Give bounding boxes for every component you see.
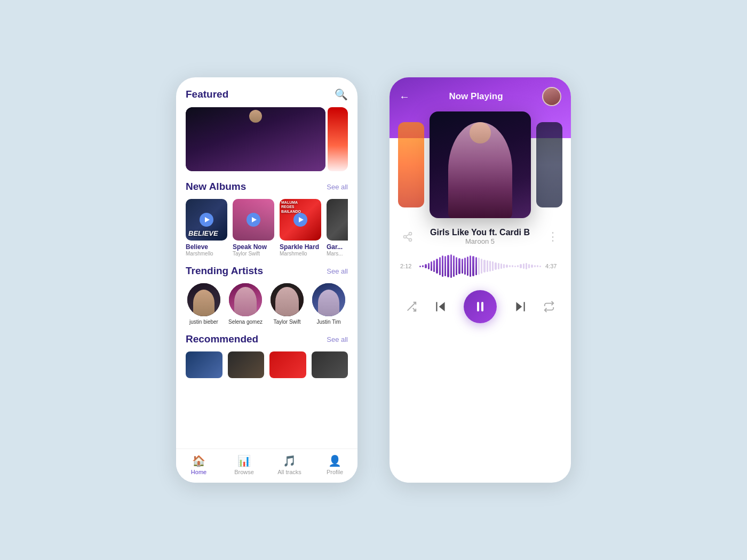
more-options-button[interactable]: ⋮	[547, 230, 558, 244]
album-card-believe[interactable]: BELIEVE Believe Marshmello	[186, 199, 227, 257]
nav-profile[interactable]: 👤 Profile	[319, 454, 351, 475]
album-play-believe[interactable]	[200, 213, 213, 227]
waveform-bar-4	[431, 261, 432, 271]
waveform[interactable]	[419, 253, 541, 279]
album-play-bailando[interactable]	[293, 213, 307, 227]
nav-browse[interactable]: 📊 Browse	[228, 454, 260, 475]
artist-card-bieber[interactable]: justin bieber	[186, 283, 222, 325]
user-avatar[interactable]	[542, 87, 561, 106]
song-details: Girls Like You ft. Cardi B Maroon 5	[430, 228, 530, 245]
nav-alltracks-label: All tracks	[277, 469, 301, 475]
right-phone: ← Now Playing	[390, 77, 571, 483]
artist-card-selena[interactable]: Selena gomez	[227, 283, 264, 325]
waveform-bar-35	[517, 265, 519, 268]
waveform-bar-14	[458, 258, 460, 274]
waveform-bar-27	[495, 262, 496, 270]
share-button[interactable]	[402, 231, 413, 242]
waveform-bar-1	[422, 265, 424, 268]
album-thumb-believe: BELIEVE	[186, 199, 227, 241]
nav-home[interactable]: 🏠 Home	[183, 454, 215, 475]
artist-avatar-bieber	[187, 283, 220, 316]
pause-icon	[477, 302, 483, 311]
artist-name-justintim: Justin Tim	[316, 319, 340, 325]
song-artist: Maroon 5	[430, 237, 530, 245]
waveform-bar-31	[506, 265, 507, 268]
artist-name-taylor: Taylor Swift	[273, 319, 300, 325]
artist-avatar-taylor	[271, 283, 304, 316]
waveform-bar-37	[523, 263, 525, 269]
waveform-bar-11	[450, 254, 452, 278]
nav-profile-label: Profile	[327, 469, 343, 475]
prev-button[interactable]	[434, 300, 448, 314]
recommended-section: Recommended See all	[186, 333, 348, 378]
back-button[interactable]: ←	[399, 91, 410, 103]
waveform-container: 2:12 4:37	[400, 253, 560, 279]
album-play-speaknow[interactable]	[247, 213, 260, 227]
bottom-nav: 🏠 Home 📊 Browse 🎵 All tracks 👤 Profile	[176, 449, 357, 483]
carousel-next-album[interactable]	[536, 122, 562, 207]
repeat-button[interactable]	[543, 301, 555, 313]
album-text-believe: BELIEVE	[188, 229, 218, 237]
recommended-row	[186, 351, 348, 378]
pause-bar-1	[477, 302, 479, 311]
recommended-see-all[interactable]: See all	[327, 335, 348, 343]
browse-icon: 📊	[237, 454, 251, 467]
performer-figure	[232, 110, 280, 171]
album-card-gar[interactable]: Gar... Mars...	[327, 199, 348, 257]
featured-banner	[186, 107, 348, 171]
pause-button[interactable]	[464, 290, 497, 323]
waveform-bar-13	[456, 257, 457, 275]
waveform-bar-8	[442, 255, 443, 276]
left-phone: Featured 🔍 New Albums Se	[176, 77, 357, 483]
bieber-figure	[193, 290, 214, 316]
prev-album-bg	[398, 122, 424, 207]
nav-alltracks[interactable]: 🎵 All tracks	[274, 454, 306, 475]
artist-card-justintim[interactable]: Justin Tim	[311, 283, 347, 325]
artist-name-bieber: justin bieber	[189, 319, 218, 325]
time-total: 4:37	[545, 263, 560, 269]
waveform-bar-43	[539, 266, 541, 267]
head	[249, 110, 262, 123]
left-phone-content: Featured 🔍 New Albums Se	[176, 77, 357, 449]
search-button[interactable]: 🔍	[335, 88, 348, 101]
waveform-bar-40	[531, 265, 533, 268]
waveform-bar-2	[425, 264, 426, 268]
controls-area	[390, 279, 571, 332]
carousel-prev-album[interactable]	[398, 122, 424, 207]
bailando-text: MALUMAREGESBAILANDO	[281, 201, 301, 214]
shuffle-button[interactable]	[406, 301, 417, 313]
taylor-figure	[275, 287, 299, 316]
svg-marker-7	[439, 302, 444, 311]
album-card-bailando[interactable]: MALUMAREGESBAILANDO Sparkle Hard Marshme…	[280, 199, 321, 257]
carousel-current-album	[430, 111, 530, 218]
next-button[interactable]	[513, 300, 527, 314]
album-thumb-speaknow	[233, 199, 274, 241]
featured-header: Featured 🔍	[186, 88, 348, 101]
selena-bg	[229, 283, 262, 316]
album-card-speaknow[interactable]: Speak Now Taylor Swift	[233, 199, 274, 257]
performer-head-art	[470, 122, 491, 143]
artist-card-taylor[interactable]: Taylor Swift	[269, 283, 305, 325]
waveform-bar-25	[489, 261, 491, 271]
waveform-bar-23	[483, 260, 485, 273]
album-label-gar: Gar...	[327, 243, 348, 251]
rec-thumb-3	[269, 351, 306, 378]
waveform-bar-24	[487, 260, 488, 272]
new-albums-see-all[interactable]: See all	[327, 183, 348, 191]
trending-see-all[interactable]: See all	[327, 267, 348, 275]
svg-point-1	[404, 235, 407, 238]
prev-icon	[434, 300, 448, 314]
waveform-bar-21	[478, 258, 480, 274]
svg-line-3	[406, 237, 409, 239]
waveform-bar-26	[492, 261, 494, 271]
waveform-bar-10	[447, 255, 449, 277]
album-thumb-bailando: MALUMAREGESBAILANDO	[280, 199, 321, 241]
recommended-title: Recommended	[186, 333, 258, 345]
waveform-bar-6	[436, 259, 438, 273]
waveform-bar-36	[520, 264, 521, 268]
albums-row: BELIEVE Believe Marshmello Speak Now Tay…	[186, 199, 348, 257]
album-artist-bailando: Marshmello	[280, 251, 321, 257]
next-album-bg	[536, 122, 562, 207]
song-title: Girls Like You ft. Cardi B	[430, 228, 530, 237]
waveform-bar-3	[428, 263, 430, 269]
